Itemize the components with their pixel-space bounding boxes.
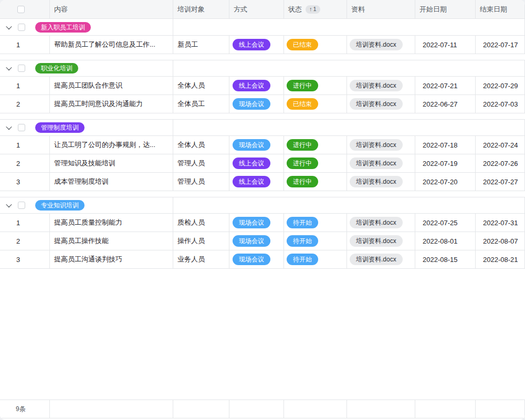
cell-target[interactable]: 新员工 bbox=[173, 36, 229, 54]
cell-start-date[interactable]: 2022-07-20 bbox=[415, 173, 476, 191]
group-label-badge: 管理制度培训 bbox=[35, 122, 85, 133]
select-all-checkbox[interactable] bbox=[17, 6, 25, 13]
cell-start-date[interactable]: 2022-08-15 bbox=[415, 250, 476, 268]
cell-start-date[interactable]: 2022-06-27 bbox=[415, 95, 476, 113]
cell-material[interactable]: 培训资料.docx bbox=[347, 77, 415, 94]
cell-method[interactable]: 线上会议 bbox=[229, 77, 284, 94]
chevron-down-icon[interactable] bbox=[6, 65, 12, 70]
cell-target[interactable]: 操作人员 bbox=[173, 232, 229, 250]
cell-method[interactable]: 现场会议 bbox=[229, 250, 284, 268]
attachment-chip[interactable]: 培训资料.docx bbox=[350, 98, 403, 110]
chevron-down-icon[interactable] bbox=[6, 23, 12, 29]
group-header-cell: 管理制度培训 bbox=[0, 120, 173, 135]
cell-content[interactable]: 让员工明了公司的办事规则，达... bbox=[50, 136, 173, 154]
cell-target[interactable]: 全体人员 bbox=[173, 77, 229, 94]
attachment-chip[interactable]: 培训资料.docx bbox=[350, 217, 403, 228]
group-checkbox[interactable] bbox=[18, 65, 25, 72]
cell-end-date[interactable]: 2022-07-31 bbox=[476, 214, 525, 232]
cell-material[interactable]: 培训资料.docx bbox=[347, 232, 415, 250]
column-header-end-date[interactable]: 结束日期 bbox=[476, 0, 525, 18]
cell-method[interactable]: 线上会议 bbox=[229, 173, 284, 191]
attachment-chip[interactable]: 培训资料.docx bbox=[350, 254, 403, 265]
group-checkbox[interactable] bbox=[18, 24, 25, 31]
column-header-material[interactable]: 资料 bbox=[347, 0, 415, 18]
attachment-chip[interactable]: 培训资料.docx bbox=[350, 39, 403, 50]
cell-content[interactable]: 管理知识及技能培训 bbox=[50, 154, 173, 172]
cell-text: 2022-07-20 bbox=[423, 178, 458, 186]
cell-target[interactable]: 管理人员 bbox=[173, 173, 229, 191]
column-header-target[interactable]: 培训对象 bbox=[173, 0, 229, 18]
cell-method[interactable]: 现场会议 bbox=[229, 232, 284, 250]
group-checkbox[interactable] bbox=[18, 202, 25, 209]
column-header-start-date[interactable]: 开始日期 bbox=[415, 0, 476, 18]
cell-material[interactable]: 培训资料.docx bbox=[347, 214, 415, 232]
cell-text: 2022-07-31 bbox=[483, 219, 518, 227]
cell-text: 让员工明了公司的办事规则，达... bbox=[54, 140, 155, 150]
cell-start-date[interactable]: 2022-07-21 bbox=[415, 77, 476, 94]
cell-start-date[interactable]: 2022-07-11 bbox=[415, 36, 476, 54]
cell-end-date[interactable]: 2022-07-17 bbox=[476, 36, 525, 54]
chevron-down-icon[interactable] bbox=[6, 124, 12, 130]
column-header-method[interactable]: 方式 bbox=[229, 0, 284, 18]
cell-end-date[interactable]: 2022-07-24 bbox=[476, 136, 525, 154]
cell-end-date[interactable]: 2022-08-07 bbox=[476, 232, 525, 250]
footer-cell bbox=[476, 400, 525, 418]
cell-material[interactable]: 培训资料.docx bbox=[347, 36, 415, 54]
column-header-content[interactable]: 内容 bbox=[50, 0, 173, 18]
cell-start-date[interactable]: 2022-08-01 bbox=[415, 232, 476, 250]
cell-start-date[interactable]: 2022-07-19 bbox=[415, 154, 476, 172]
cell-status[interactable]: 进行中 bbox=[284, 173, 347, 191]
cell-material[interactable]: 培训资料.docx bbox=[347, 250, 415, 268]
cell-end-date[interactable]: 2022-07-26 bbox=[476, 154, 525, 172]
cell-status[interactable]: 待开始 bbox=[284, 250, 347, 268]
method-pill: 线上会议 bbox=[233, 158, 270, 169]
cell-method[interactable]: 现场会议 bbox=[229, 214, 284, 232]
cell-method[interactable]: 现场会议 bbox=[229, 136, 284, 154]
cell-status[interactable]: 已结束 bbox=[284, 95, 347, 113]
column-header-status[interactable]: 状态 ↑ 1 bbox=[284, 0, 347, 18]
cell-end-date[interactable]: 2022-08-21 bbox=[476, 250, 525, 268]
cell-method[interactable]: 线上会议 bbox=[229, 154, 284, 172]
group-label-badge: 新入职员工培训 bbox=[35, 22, 91, 33]
cell-start-date[interactable]: 2022-07-18 bbox=[415, 136, 476, 154]
cell-target[interactable]: 管理人员 bbox=[173, 154, 229, 172]
cell-method[interactable]: 现场会议 bbox=[229, 95, 284, 113]
cell-status[interactable]: 进行中 bbox=[284, 77, 347, 94]
cell-content[interactable]: 提高员工质量控制能力 bbox=[50, 214, 173, 232]
cell-material[interactable]: 培训资料.docx bbox=[347, 154, 415, 172]
cell-method[interactable]: 线上会议 bbox=[229, 36, 284, 54]
cell-content[interactable]: 提高员工操作技能 bbox=[50, 232, 173, 250]
cell-content[interactable]: 成本管理制度培训 bbox=[50, 173, 173, 191]
cell-material[interactable]: 培训资料.docx bbox=[347, 173, 415, 191]
cell-content[interactable]: 提高员工时间意识及沟通能力 bbox=[50, 95, 173, 113]
chevron-down-icon[interactable] bbox=[6, 202, 12, 207]
attachment-chip[interactable]: 培训资料.docx bbox=[350, 139, 403, 151]
cell-target[interactable]: 全体人员 bbox=[173, 136, 229, 154]
cell-content[interactable]: 帮助新员工了解公司信息及工作... bbox=[50, 36, 173, 54]
cell-target[interactable]: 业务人员 bbox=[173, 250, 229, 268]
sort-badge[interactable]: ↑ 1 bbox=[306, 5, 320, 14]
cell-status[interactable]: 已结束 bbox=[284, 36, 347, 54]
cell-content[interactable]: 提高员工团队合作意识 bbox=[50, 77, 173, 94]
cell-status[interactable]: 待开始 bbox=[284, 214, 347, 232]
attachment-chip[interactable]: 培训资料.docx bbox=[350, 158, 403, 169]
cell-target[interactable]: 全体员工 bbox=[173, 95, 229, 113]
cell-material[interactable]: 培训资料.docx bbox=[347, 95, 415, 113]
cell-target[interactable]: 质检人员 bbox=[173, 214, 229, 232]
cell-text: 管理知识及技能培训 bbox=[54, 159, 116, 168]
cell-end-date[interactable]: 2022-07-29 bbox=[476, 77, 525, 94]
cell-end-date[interactable]: 2022-07-03 bbox=[476, 95, 525, 113]
attachment-chip[interactable]: 培训资料.docx bbox=[350, 176, 403, 187]
attachment-chip[interactable]: 培训资料.docx bbox=[350, 235, 403, 247]
cell-material[interactable]: 培训资料.docx bbox=[347, 136, 415, 154]
cell-end-date[interactable]: 2022-07-27 bbox=[476, 173, 525, 191]
cell-content[interactable]: 提高员工沟通谈判技巧 bbox=[50, 250, 173, 268]
attachment-chip[interactable]: 培训资料.docx bbox=[350, 80, 403, 91]
cell-status[interactable]: 待开始 bbox=[284, 232, 347, 250]
group-checkbox[interactable] bbox=[18, 124, 25, 131]
cell-status[interactable]: 进行中 bbox=[284, 154, 347, 172]
cell-status[interactable]: 进行中 bbox=[284, 136, 347, 154]
group-header-row: 新入职员工培训 bbox=[0, 19, 525, 36]
group-gap bbox=[0, 54, 525, 60]
cell-start-date[interactable]: 2022-07-25 bbox=[415, 214, 476, 232]
